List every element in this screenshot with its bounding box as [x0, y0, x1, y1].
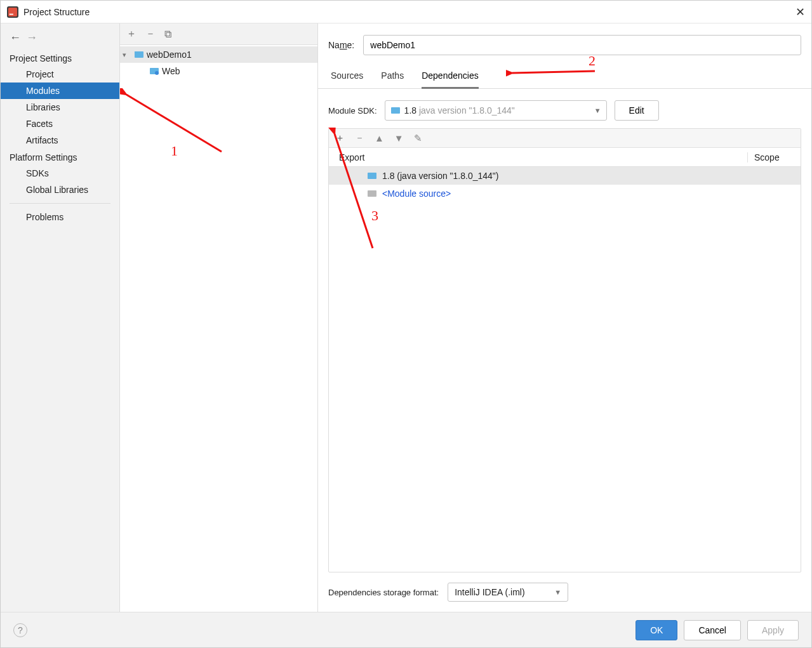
footer: ? OK Cancel Apply: [1, 612, 811, 647]
storage-row: Dependencies storage format: IntelliJ ID…: [318, 572, 811, 612]
storage-combo[interactable]: IntelliJ IDEA (.iml) ▼: [448, 583, 568, 602]
divider: [10, 203, 110, 204]
dep-add-icon[interactable]: ＋: [335, 132, 345, 144]
svg-rect-8: [368, 190, 376, 197]
sdk-value: 1.8 java version "1.8.0_144": [404, 105, 515, 116]
tree-root-label: webDemo1: [147, 50, 192, 60]
tab-paths[interactable]: Paths: [381, 70, 404, 88]
col-scope-header: Scope: [747, 152, 801, 162]
nav-arrows: ← →: [1, 27, 119, 50]
sidebar-item-problems[interactable]: Problems: [1, 209, 119, 225]
tree-toolbar: ＋ － ⧉: [120, 23, 317, 45]
ok-button[interactable]: OK: [636, 620, 677, 640]
name-input[interactable]: [363, 35, 801, 55]
titlebar: Project Structure ✕: [1, 1, 811, 23]
svg-point-5: [155, 71, 159, 75]
svg-rect-7: [368, 173, 376, 179]
name-label: Name:: [328, 40, 354, 50]
chevron-down-icon: ▼: [554, 588, 561, 596]
app-icon: [7, 6, 18, 18]
svg-rect-3: [135, 51, 139, 53]
storage-value: IntelliJ IDEA (.iml): [455, 587, 524, 597]
chevron-down-icon[interactable]: ▾: [123, 51, 131, 59]
sidebar-item-facets[interactable]: Facets: [1, 116, 119, 132]
apply-button[interactable]: Apply: [747, 620, 799, 640]
tree-row-web[interactable]: Web: [120, 63, 317, 79]
project-structure-window: Project Structure ✕ ← → Project Settings…: [0, 0, 812, 648]
sdk-icon: [390, 105, 401, 116]
sidebar-item-global-libraries[interactable]: Global Libraries: [1, 182, 119, 198]
sdk-select[interactable]: 1.8 java version "1.8.0_144" ▼: [385, 100, 607, 121]
dep-row-module-source-label: <Module source>: [382, 188, 451, 199]
back-icon[interactable]: ←: [10, 31, 21, 44]
dependencies-pane: ＋ － ▲ ▼ ✎ Export Scope 1.8 (java version…: [328, 128, 801, 572]
sdk-label: Module SDK:: [328, 106, 377, 116]
dep-up-icon[interactable]: ▲: [375, 133, 384, 143]
add-icon[interactable]: ＋: [126, 27, 136, 41]
forward-icon[interactable]: →: [26, 31, 37, 44]
window-title: Project Structure: [23, 7, 90, 17]
tabs: Sources Paths Dependencies: [318, 59, 811, 89]
tree-web-label: Web: [162, 66, 180, 76]
cancel-button[interactable]: Cancel: [684, 620, 741, 640]
svg-rect-6: [391, 107, 400, 114]
remove-icon[interactable]: －: [145, 27, 156, 41]
svg-rect-1: [10, 13, 13, 15]
section-platform-settings: Platform Settings: [1, 149, 119, 165]
tab-sources[interactable]: Sources: [331, 70, 363, 88]
dep-edit-icon[interactable]: ✎: [414, 133, 422, 144]
sidebar-item-sdks[interactable]: SDKs: [1, 165, 119, 182]
copy-icon[interactable]: ⧉: [164, 29, 171, 40]
tree-row-root[interactable]: ▾ webDemo1: [120, 46, 317, 63]
edit-button[interactable]: Edit: [615, 100, 659, 121]
sidebar: ← → Project Settings Project Modules Lib…: [1, 23, 120, 612]
close-icon[interactable]: ✕: [795, 5, 805, 19]
folder-icon: [367, 171, 377, 181]
svg-rect-0: [8, 8, 17, 17]
dep-down-icon[interactable]: ▼: [394, 133, 404, 143]
dep-toolbar: ＋ － ▲ ▼ ✎: [329, 129, 801, 148]
dep-row-module-source[interactable]: <Module source>: [329, 185, 801, 202]
dep-list[interactable]: 1.8 (java version "1.8.0_144") <Module s…: [329, 167, 801, 572]
storage-label: Dependencies storage format:: [328, 588, 439, 597]
sidebar-item-modules[interactable]: Modules: [1, 83, 119, 99]
sdk-row: Module SDK: 1.8 java version "1.8.0_144"…: [318, 89, 811, 128]
help-icon[interactable]: ?: [13, 623, 27, 637]
dep-row-sdk[interactable]: 1.8 (java version "1.8.0_144"): [329, 167, 801, 185]
section-project-settings: Project Settings: [1, 50, 119, 66]
chevron-down-icon: ▼: [594, 107, 601, 114]
sidebar-item-artifacts[interactable]: Artifacts: [1, 132, 119, 149]
tab-dependencies[interactable]: Dependencies: [422, 70, 479, 89]
sidebar-item-libraries[interactable]: Libraries: [1, 99, 119, 116]
col-export-header: Export: [329, 152, 747, 162]
web-icon: [149, 66, 159, 76]
sidebar-item-project[interactable]: Project: [1, 66, 119, 83]
name-row: Name:: [318, 23, 811, 59]
dep-row-sdk-label: 1.8 (java version "1.8.0_144"): [382, 171, 499, 181]
dep-header: Export Scope: [329, 148, 801, 167]
module-tree[interactable]: ▾ webDemo1 Web: [120, 45, 317, 612]
module-tree-pane: ＋ － ⧉ ▾ webDemo1 Web: [120, 23, 318, 612]
dep-remove-icon[interactable]: －: [355, 132, 364, 144]
right-panel: Name: Sources Paths Dependencies Module …: [318, 23, 811, 612]
module-icon: [134, 50, 144, 60]
folder-icon: [367, 188, 377, 199]
